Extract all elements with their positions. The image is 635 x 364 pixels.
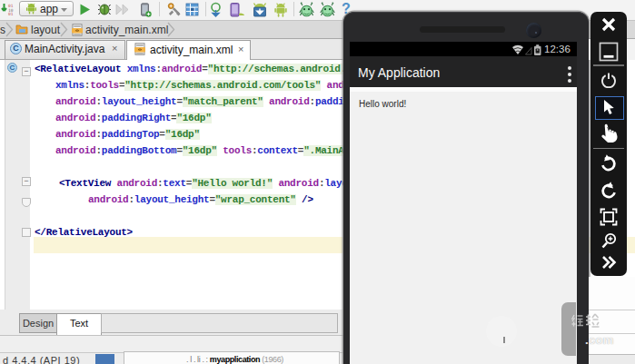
svg-text:01: 01 xyxy=(8,12,14,16)
